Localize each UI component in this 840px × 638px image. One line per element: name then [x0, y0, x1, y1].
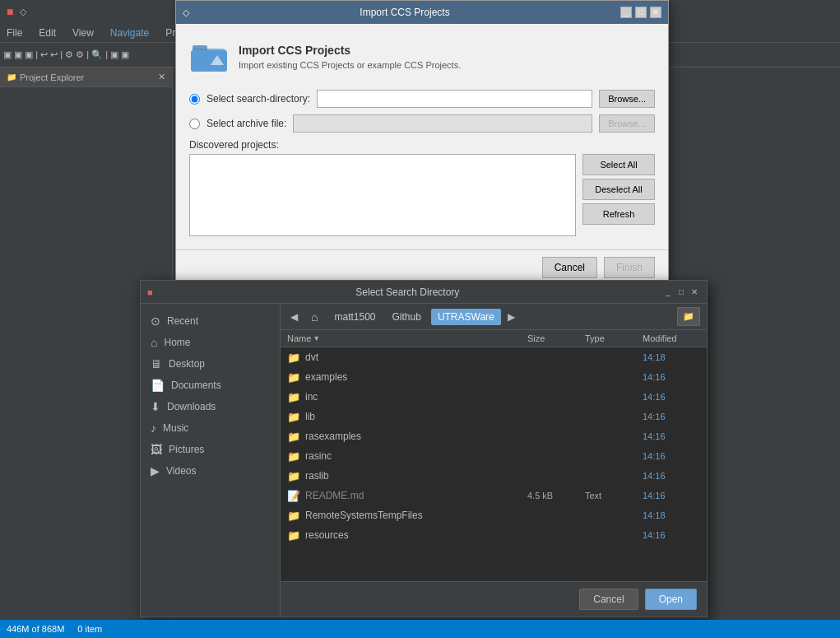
recent-icon: ⊙ [151, 314, 160, 328]
folder-icon: 📁 [287, 470, 300, 482]
table-row[interactable]: 📁raslib14:16 [281, 466, 707, 486]
column-size-header[interactable]: Size [527, 333, 585, 343]
file-name: lib [305, 411, 527, 422]
new-folder-button[interactable]: 📁 [677, 307, 700, 326]
file-name: RemoteSystemsTempFiles [305, 510, 527, 521]
file-dialog-title: Select Search Directory [153, 286, 662, 298]
breadcrumb-forward-arrow[interactable]: ▶ [504, 310, 518, 324]
column-type-header[interactable]: Type [585, 333, 643, 343]
table-row[interactable]: 📁inc14:16 [281, 387, 707, 407]
search-directory-input[interactable] [317, 90, 592, 108]
file-name: inc [305, 391, 527, 403]
desktop-icon: 🖥 [151, 357, 162, 370]
refresh-button[interactable]: Refresh [582, 203, 655, 225]
file-titlebar: ■ Select Search Directory _ □ ✕ [141, 281, 707, 304]
import-dialog-subtitle: Import existing CCS Projects or example … [239, 60, 461, 70]
sidebar-item-videos-label: Videos [166, 465, 196, 477]
file-type: Text [585, 491, 643, 501]
name-sort-arrow: ▼ [313, 334, 320, 342]
table-row[interactable]: 📁resources14:16 [281, 525, 707, 545]
import-body: Import CCS Projects Import existing CCS … [176, 24, 668, 249]
select-all-button[interactable]: Select All [582, 154, 655, 175]
file-modified: 14:16 [643, 431, 700, 441]
sidebar-item-desktop-label: Desktop [169, 358, 205, 370]
archive-file-radio[interactable] [189, 119, 200, 129]
breadcrumb-matt1500[interactable]: matt1500 [327, 309, 382, 325]
sidebar-item-pictures[interactable]: 🖼 Pictures [141, 439, 280, 460]
file-name: rasinc [305, 450, 527, 462]
breadcrumb-github[interactable]: Github [386, 309, 428, 325]
import-window-controls: _ □ ✕ [620, 7, 661, 18]
import-finish-button[interactable]: Finish [604, 257, 655, 278]
folder-icon: 📁 [287, 352, 300, 364]
file-close-button[interactable]: ✕ [689, 286, 700, 298]
sidebar-item-downloads[interactable]: ⬇ Downloads [141, 396, 280, 417]
close-tab-icon[interactable]: ✕ [158, 72, 165, 82]
breadcrumb-utrasware[interactable]: UTRASWare [431, 309, 501, 325]
sidebar-item-desktop[interactable]: 🖥 Desktop [141, 353, 280, 375]
file-name: raslib [305, 470, 527, 482]
sidebar-item-home[interactable]: ⌂ Home [141, 332, 280, 353]
folder-icon: 📁 [287, 411, 300, 423]
column-name-header[interactable]: Name ▼ [287, 333, 527, 343]
menu-navigate[interactable]: Navigate [107, 26, 152, 40]
ide-title: ◇ [20, 7, 26, 17]
folder-icon: 📁 [287, 510, 300, 522]
table-row[interactable]: 📁dvt14:18 [281, 347, 707, 367]
deselect-all-button[interactable]: Deselect All [582, 179, 655, 200]
archive-file-browse-button[interactable]: Browse... [599, 114, 655, 133]
maximize-button[interactable]: □ [635, 7, 647, 18]
file-modified: 14:18 [643, 510, 700, 520]
import-header: Import CCS Projects Import existing CCS … [189, 37, 655, 77]
table-row[interactable]: 📝README.md4.5 kBText14:16 [281, 486, 707, 505]
folder-icon: 📁 [287, 391, 300, 403]
menu-edit[interactable]: Edit [35, 26, 59, 40]
folder-icon: 📁 [287, 529, 300, 542]
file-modified: 14:16 [643, 530, 700, 540]
discovered-projects-list [189, 154, 576, 236]
discovered-projects-area: Select All Deselect All Refresh [189, 154, 655, 236]
import-cancel-button[interactable]: Cancel [542, 257, 597, 278]
breadcrumb-back-arrow[interactable]: ◀ [287, 310, 301, 324]
sidebar-item-recent[interactable]: ⊙ Recent [141, 310, 280, 332]
breadcrumb-home-icon[interactable]: ⌂ [304, 308, 324, 326]
sidebar-item-videos[interactable]: ▶ Videos [141, 460, 280, 482]
project-explorer-label: Project Explorer [20, 72, 84, 82]
import-title-icon: ◇ [183, 7, 189, 18]
table-row[interactable]: 📁RemoteSystemsTempFiles14:18 [281, 505, 707, 525]
breadcrumb-bar: ◀ ⌂ matt1500 Github UTRASWare ▶ 📁 [281, 304, 707, 330]
sidebar-item-documents-label: Documents [171, 380, 221, 391]
minimize-button[interactable]: _ [620, 7, 632, 18]
sidebar-item-music[interactable]: ♪ Music [141, 417, 280, 439]
table-row[interactable]: 📁examples14:16 [281, 367, 707, 387]
file-maximize-button[interactable]: □ [675, 286, 687, 298]
menu-file[interactable]: File [3, 26, 26, 40]
file-modified: 14:16 [643, 412, 700, 421]
sidebar-item-documents[interactable]: 📄 Documents [141, 375, 280, 396]
close-button[interactable]: ✕ [650, 7, 661, 18]
table-row[interactable]: 📁lib14:16 [281, 407, 707, 426]
file-cancel-button[interactable]: Cancel [579, 589, 638, 610]
archive-file-label: Select archive file: [207, 118, 286, 129]
search-directory-radio[interactable] [189, 94, 200, 105]
pictures-icon: 🖼 [151, 443, 162, 456]
file-modified: 14:18 [643, 352, 700, 362]
file-name: examples [305, 371, 527, 383]
folder-icon: 📁 [287, 371, 300, 384]
svg-rect-2 [191, 50, 227, 72]
column-modified-header[interactable]: Modified [643, 333, 700, 343]
file-dialog-icon: ■ [147, 287, 153, 297]
file-open-button[interactable]: Open [645, 589, 697, 610]
file-minimize-button[interactable]: _ [662, 286, 674, 298]
file-window-controls: _ □ ✕ [662, 286, 700, 298]
search-directory-browse-button[interactable]: Browse... [599, 90, 655, 108]
import-folder-icon [189, 37, 229, 77]
items-status: 0 item [77, 624, 102, 634]
table-row[interactable]: 📁rasinc14:16 [281, 446, 707, 466]
table-row[interactable]: 📁rasexamples14:16 [281, 426, 707, 446]
ide-icon: ■ [7, 5, 13, 18]
music-icon: ♪ [151, 421, 156, 435]
file-dialog: ■ Select Search Directory _ □ ✕ ⊙ Recent… [140, 280, 708, 617]
file-list: 📁dvt14:18📁examples14:16📁inc14:16📁lib14:1… [281, 347, 707, 581]
menu-view[interactable]: View [69, 26, 97, 40]
